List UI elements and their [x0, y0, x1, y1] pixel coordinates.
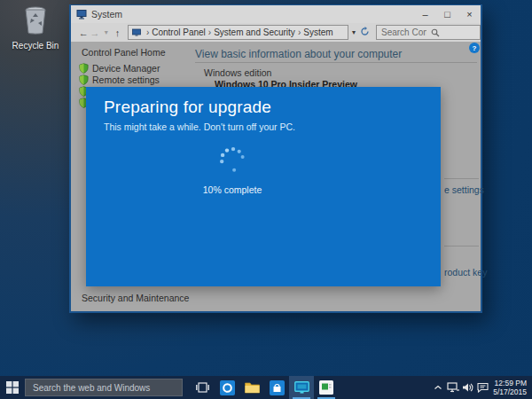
action-center-tray-button[interactable] [475, 382, 490, 393]
recycle-bin-label: Recycle Bin [9, 41, 62, 51]
speaker-icon [462, 382, 473, 393]
clock-time: 12:59 PM [493, 379, 527, 387]
progress-block: 10% complete [179, 142, 286, 195]
taskbar: Search the web and Windows [0, 376, 532, 399]
system-window-icon [76, 9, 87, 20]
network-icon [447, 382, 459, 393]
spinner-icon [215, 142, 250, 177]
title-bar[interactable]: System – □ × [71, 5, 481, 23]
taskbar-search-input[interactable]: Search the web and Windows [25, 379, 183, 396]
task-view-button[interactable] [190, 376, 215, 399]
sidebar-item-label: Remote settings [92, 74, 160, 85]
store-bag-icon [270, 380, 285, 395]
shield-icon [79, 74, 89, 85]
edge-icon [220, 380, 235, 395]
chevron-up-icon [434, 384, 442, 391]
up-icon[interactable]: ↑ [112, 27, 123, 38]
close-button[interactable]: × [458, 5, 481, 23]
recent-pages-icon[interactable]: ▾ [100, 28, 112, 36]
maximize-button[interactable]: □ [436, 5, 458, 23]
show-hidden-icons-chevron[interactable] [430, 384, 445, 391]
sidebar-item-control-panel-home[interactable]: Control Panel Home [82, 47, 166, 58]
recycle-bin[interactable]: Recycle Bin [9, 5, 62, 51]
breadcrumb-system[interactable]: System [303, 27, 332, 37]
folder-icon [245, 381, 260, 394]
window-title: System [91, 9, 122, 20]
page-title: View basic information about your comput… [195, 48, 402, 60]
network-tray-button[interactable] [445, 382, 460, 393]
start-button[interactable] [0, 376, 25, 399]
back-icon[interactable]: ← [78, 27, 90, 38]
control-panel-search-placeholder: Search Control Panel [381, 27, 426, 37]
security-and-maintenance-link[interactable]: Security and Maintenance [82, 293, 189, 303]
change-product-key-link-partial[interactable]: roduct key [444, 267, 487, 278]
search-icon [431, 28, 476, 37]
divider [195, 62, 477, 63]
file-explorer-button[interactable] [239, 376, 264, 399]
crumb-separator: › [208, 27, 211, 37]
recycle-bin-icon [22, 23, 49, 38]
windows-logo-icon [6, 381, 19, 394]
control-panel-search[interactable]: Search Control Panel [376, 25, 481, 40]
desktop: Recycle Bin System – □ × ← → ▾ ↑ [0, 0, 532, 399]
clock-date: 5/17/2015 [493, 387, 527, 396]
task-view-icon [196, 382, 209, 393]
progress-text: 10% complete [179, 184, 286, 195]
breadcrumb-system-and-security[interactable]: System and Security [214, 27, 295, 37]
help-icon[interactable]: ? [469, 43, 480, 53]
address-dropdown-icon[interactable]: ▾ [348, 28, 360, 36]
store-button[interactable] [264, 376, 289, 399]
upgrade-subtitle: This might take a while. Don't turn off … [104, 121, 441, 132]
insider-hub-icon [319, 380, 333, 395]
windows-edition-label: Windows edition [204, 67, 271, 78]
system-control-panel-button[interactable] [289, 376, 314, 399]
address-bar[interactable]: › Control Panel › System and Security › … [128, 25, 348, 40]
edge-browser-button[interactable] [215, 376, 239, 399]
insider-hub-button[interactable] [314, 376, 339, 399]
crumb-separator: › [146, 27, 149, 37]
sidebar-item-label: Device Manager [92, 63, 160, 74]
minimize-button[interactable]: – [414, 5, 436, 23]
shield-icon [79, 63, 89, 74]
taskbar-search-placeholder: Search the web and Windows [33, 383, 150, 393]
control-panel-icon [132, 28, 141, 37]
volume-tray-button[interactable] [460, 382, 475, 393]
upgrade-overlay: Preparing for upgrade This might take a … [86, 87, 441, 286]
navigation-toolbar: ← → ▾ ↑ › Control Panel › System and Sec… [71, 23, 481, 42]
crumb-separator: › [298, 27, 301, 37]
taskbar-clock[interactable]: 12:59 PM 5/17/2015 [493, 379, 527, 396]
sidebar-item-remote-settings[interactable]: Remote settings [79, 74, 160, 85]
divider [444, 178, 479, 179]
breadcrumb-control-panel[interactable]: Control Panel [152, 27, 206, 37]
action-center-icon [477, 382, 489, 393]
forward-icon[interactable]: → [90, 27, 101, 38]
system-app-icon [294, 381, 309, 394]
refresh-icon[interactable] [359, 27, 371, 38]
change-settings-link-partial[interactable]: e settings [444, 184, 484, 195]
sidebar-item-device-manager[interactable]: Device Manager [79, 63, 160, 74]
upgrade-title: Preparing for upgrade [104, 98, 441, 117]
divider [444, 246, 479, 246]
